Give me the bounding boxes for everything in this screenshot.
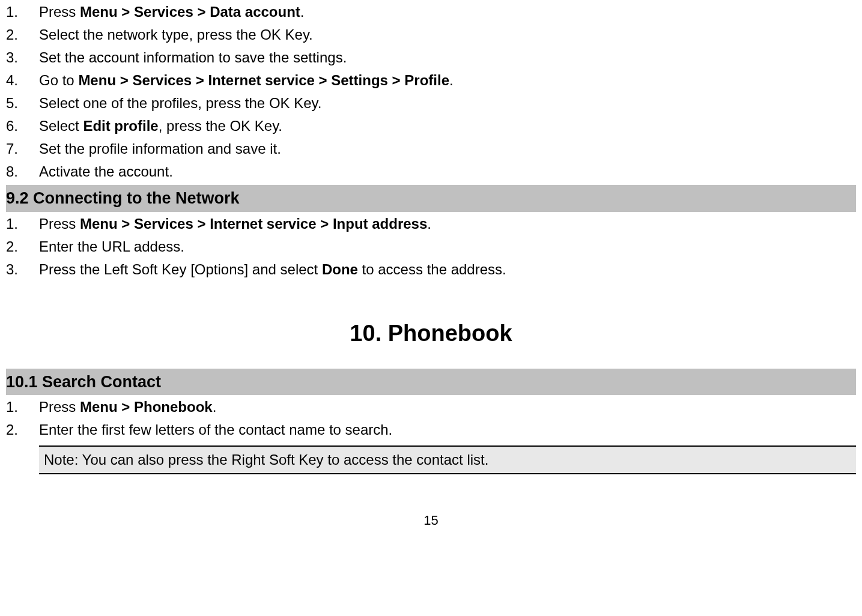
- list-item: 7. Set the profile information and save …: [6, 138, 856, 160]
- list-text: Set the account information to save the …: [39, 47, 856, 68]
- list-item: 1. Press Menu > Services > Data account.: [6, 1, 856, 23]
- text-prefix: Press the Left Soft Key [Options] and se…: [39, 261, 322, 277]
- text-suffix: to access the address.: [358, 261, 506, 277]
- text-prefix: Press: [39, 399, 80, 415]
- text-bold: Edit profile: [83, 118, 158, 134]
- list-number: 7.: [6, 138, 39, 160]
- list-text: Press Menu > Services > Data account.: [39, 1, 856, 23]
- text-prefix: Press: [39, 4, 80, 20]
- list-item: 4. Go to Menu > Services > Internet serv…: [6, 70, 856, 91]
- text-suffix: .: [300, 4, 305, 20]
- list-number: 1.: [6, 396, 39, 418]
- list-text: Press the Left Soft Key [Options] and se…: [39, 259, 856, 280]
- text-prefix: Go to: [39, 72, 78, 88]
- list-number: 2.: [6, 419, 39, 441]
- list-item: 8. Activate the account.: [6, 161, 856, 183]
- list-number: 5.: [6, 92, 39, 114]
- section-heading-10-1: 10.1 Search Contact: [6, 369, 856, 396]
- text-bold: Done: [322, 261, 358, 277]
- text-bold: Menu > Services > Internet service > Set…: [78, 72, 449, 88]
- text-suffix: , press the OK Key.: [159, 118, 282, 134]
- list-text: Press Menu > Phonebook.: [39, 396, 856, 418]
- list-item: 1. Press Menu > Services > Internet serv…: [6, 213, 856, 235]
- text-prefix: Press: [39, 216, 80, 232]
- list-number: 1.: [6, 213, 39, 235]
- list-text: Select Edit profile, press the OK Key.: [39, 115, 856, 137]
- list-text: Select the network type, press the OK Ke…: [39, 24, 856, 46]
- section-heading-9-2: 9.2 Connecting to the Network: [6, 185, 856, 212]
- list-number: 2.: [6, 236, 39, 258]
- list-text: Go to Menu > Services > Internet service…: [39, 70, 856, 91]
- text-bold: Menu > Services > Data account: [80, 4, 300, 20]
- list-number: 4.: [6, 70, 39, 91]
- list-number: 1.: [6, 1, 39, 23]
- list-number: 3.: [6, 47, 39, 68]
- list-text: Select one of the profiles, press the OK…: [39, 92, 856, 114]
- list-item: 3. Press the Left Soft Key [Options] and…: [6, 259, 856, 280]
- list-text: Set the profile information and save it.: [39, 138, 856, 160]
- text-bold: Menu > Phonebook: [80, 399, 213, 415]
- list-item: 2. Enter the URL addess.: [6, 236, 856, 258]
- list-item: 2. Enter the first few letters of the co…: [6, 419, 856, 441]
- text-prefix: Select: [39, 118, 83, 134]
- list-item: 3. Set the account information to save t…: [6, 47, 856, 68]
- text-suffix: .: [427, 216, 431, 232]
- text-bold: Menu > Services > Internet service > Inp…: [80, 216, 427, 232]
- list-item: 2. Select the network type, press the OK…: [6, 24, 856, 46]
- text-suffix: .: [213, 399, 217, 415]
- list-text: Enter the URL addess.: [39, 236, 856, 258]
- list-number: 2.: [6, 24, 39, 46]
- list-number: 6.: [6, 115, 39, 137]
- list-item: 6. Select Edit profile, press the OK Key…: [6, 115, 856, 137]
- list-number: 3.: [6, 259, 39, 280]
- note-box: Note: You can also press the Right Soft …: [39, 445, 856, 474]
- text-suffix: .: [449, 72, 454, 88]
- list-item: 1. Press Menu > Phonebook.: [6, 396, 856, 418]
- list-text: Enter the first few letters of the conta…: [39, 419, 856, 441]
- list-text: Activate the account.: [39, 161, 856, 183]
- chapter-heading-10: 10. Phonebook: [6, 316, 856, 351]
- list-text: Press Menu > Services > Internet service…: [39, 213, 856, 235]
- document-page: 1. Press Menu > Services > Data account.…: [0, 1, 862, 530]
- list-number: 8.: [6, 161, 39, 183]
- page-number: 15: [6, 510, 856, 530]
- list-item: 5. Select one of the profiles, press the…: [6, 92, 856, 114]
